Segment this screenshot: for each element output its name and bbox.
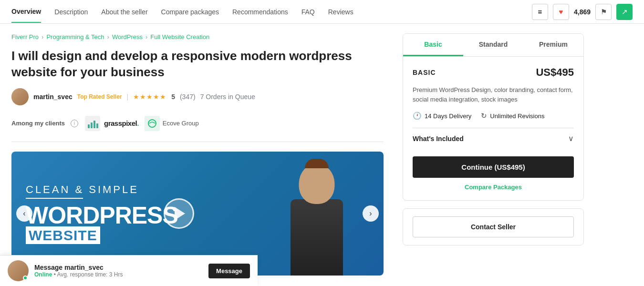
tab-standard[interactable]: Standard bbox=[463, 34, 523, 56]
grasspixel-text: grasspixel. bbox=[104, 119, 139, 127]
package-name: BASIC bbox=[413, 69, 436, 76]
clients-row: Among my clients i grasspixel. bbox=[11, 115, 384, 142]
favorite-button[interactable]: ♥ bbox=[553, 4, 569, 20]
rating-score: 5 bbox=[171, 93, 175, 101]
video-line3: WEBSITE bbox=[26, 227, 100, 244]
package-header: BASIC US$495 bbox=[413, 66, 574, 79]
play-icon bbox=[175, 207, 185, 220]
client-ecove: Ecove Group bbox=[145, 116, 199, 131]
revisions-text: Unlimited Revisions bbox=[490, 112, 544, 120]
nav-about-seller[interactable]: About the seller bbox=[101, 1, 147, 22]
gig-title: I will design and develop a responsive m… bbox=[11, 48, 384, 81]
video-prev-button[interactable]: ‹ bbox=[16, 205, 32, 222]
ecove-icon bbox=[145, 116, 160, 131]
nav-actions: ≡ ♥ 4,869 ⚑ ↗ bbox=[532, 4, 633, 20]
person-figure bbox=[281, 175, 353, 276]
nav-overview[interactable]: Overview bbox=[11, 1, 41, 23]
video-line1: CLEAN & SIMPLE bbox=[26, 184, 139, 196]
grasspixel-logo-box bbox=[84, 115, 101, 132]
tab-basic[interactable]: Basic bbox=[403, 34, 463, 56]
seller-avatar bbox=[11, 88, 29, 105]
grasspixel-icon bbox=[85, 116, 100, 131]
package-meta: 🕐 14 Days Delivery ↻ Unlimited Revisions bbox=[413, 112, 574, 120]
client-grasspixel: grasspixel. bbox=[84, 115, 139, 132]
whats-included-label: What's Included bbox=[413, 135, 464, 143]
ecove-logo-box bbox=[145, 116, 160, 131]
svg-rect-4 bbox=[96, 123, 98, 128]
person-head bbox=[299, 163, 335, 204]
menu-button[interactable]: ≡ bbox=[532, 4, 548, 20]
breadcrumb-programming[interactable]: Programming & Tech bbox=[46, 33, 104, 41]
delivery-meta: 🕐 14 Days Delivery bbox=[413, 112, 471, 120]
seller-separator: | bbox=[127, 93, 129, 101]
seller-name[interactable]: martin_svec bbox=[33, 93, 73, 101]
tab-premium[interactable]: Premium bbox=[523, 34, 583, 56]
clock-icon: 🕐 bbox=[413, 112, 422, 120]
breadcrumb-fiverr-pro[interactable]: Fiverr Pro bbox=[11, 33, 39, 41]
clients-info-icon[interactable]: i bbox=[71, 120, 78, 127]
continue-button[interactable]: Continue (US$495) bbox=[413, 156, 574, 178]
response-time-text: Avg. response time: 3 Hrs bbox=[57, 271, 123, 278]
nav-items: Overview Description About the seller Co… bbox=[11, 1, 532, 23]
contact-card: Contact Seller bbox=[403, 208, 584, 245]
revisions-icon: ↻ bbox=[481, 112, 487, 120]
chevron-down-icon: ∨ bbox=[568, 134, 574, 143]
nav-description[interactable]: Description bbox=[54, 1, 88, 22]
delivery-text: 14 Days Delivery bbox=[425, 112, 471, 120]
video-next-button[interactable]: › bbox=[363, 205, 379, 222]
contact-seller-button[interactable]: Contact Seller bbox=[413, 216, 574, 237]
video-person bbox=[269, 171, 364, 276]
breadcrumb-sep-1: › bbox=[42, 33, 43, 41]
video-underline bbox=[26, 198, 83, 199]
breadcrumb-sep-3: › bbox=[145, 33, 147, 41]
online-indicator bbox=[23, 276, 28, 280]
orders-queue: 7 Orders in Queue bbox=[200, 93, 255, 101]
clients-label: Among my clients bbox=[11, 120, 65, 127]
right-panel: Basic Standard Premium BASIC US$495 Prem… bbox=[403, 24, 584, 285]
flag-button[interactable]: ⚑ bbox=[595, 4, 612, 20]
person-body bbox=[291, 199, 343, 276]
package-description: Premium WordPress Design, color branding… bbox=[413, 85, 574, 104]
video-line2: WORDPRESS bbox=[26, 204, 178, 227]
likes-count: 4,869 bbox=[574, 8, 591, 16]
top-navigation: Overview Description About the seller Co… bbox=[0, 0, 644, 24]
package-tabs: Basic Standard Premium bbox=[403, 34, 583, 57]
main-layout: Fiverr Pro › Programming & Tech › WordPr… bbox=[0, 24, 644, 285]
online-status: Online bbox=[34, 271, 52, 278]
ecove-text: Ecove Group bbox=[163, 120, 199, 127]
breadcrumb-sep-2: › bbox=[107, 33, 109, 41]
review-count[interactable]: (347) bbox=[180, 93, 196, 101]
message-bar: Message martin_svec Online • Avg. respon… bbox=[0, 255, 258, 285]
package-body: BASIC US$495 Premium WordPress Design, c… bbox=[403, 57, 583, 200]
response-time: • bbox=[54, 271, 57, 278]
star-rating: ★★★★★ bbox=[133, 93, 166, 101]
nav-reviews[interactable]: Reviews bbox=[328, 1, 353, 22]
package-card: Basic Standard Premium BASIC US$495 Prem… bbox=[403, 33, 584, 201]
nav-compare-packages[interactable]: Compare packages bbox=[161, 1, 219, 22]
whats-included-row[interactable]: What's Included ∨ bbox=[413, 128, 574, 149]
message-avatar bbox=[8, 260, 29, 281]
message-status: Online • Avg. response time: 3 Hrs bbox=[34, 271, 203, 278]
message-seller-name: Message martin_svec bbox=[34, 264, 203, 271]
revisions-meta: ↻ Unlimited Revisions bbox=[481, 112, 544, 120]
compare-packages-link[interactable]: Compare Packages bbox=[413, 184, 574, 191]
breadcrumb: Fiverr Pro › Programming & Tech › WordPr… bbox=[11, 33, 384, 41]
nav-recommendations[interactable]: Recommendations bbox=[232, 1, 288, 22]
breadcrumb-full-website[interactable]: Full Website Creation bbox=[150, 33, 209, 41]
message-button[interactable]: Message bbox=[208, 264, 250, 278]
avatar-image bbox=[11, 88, 29, 105]
seller-row: martin_svec Top Rated Seller | ★★★★★ 5 (… bbox=[11, 88, 384, 105]
play-button[interactable] bbox=[164, 198, 194, 229]
left-content: Fiverr Pro › Programming & Tech › WordPr… bbox=[11, 24, 403, 285]
svg-rect-3 bbox=[93, 121, 95, 128]
svg-rect-2 bbox=[91, 123, 93, 128]
share-button[interactable]: ↗ bbox=[616, 4, 633, 20]
top-rated-badge: Top Rated Seller bbox=[77, 93, 122, 100]
svg-rect-1 bbox=[88, 124, 90, 128]
message-info: Message martin_svec Online • Avg. respon… bbox=[34, 264, 203, 278]
nav-faq[interactable]: FAQ bbox=[301, 1, 315, 22]
package-price: US$495 bbox=[536, 66, 574, 79]
breadcrumb-wordpress[interactable]: WordPress bbox=[112, 33, 143, 41]
svg-rect-5 bbox=[145, 116, 160, 131]
